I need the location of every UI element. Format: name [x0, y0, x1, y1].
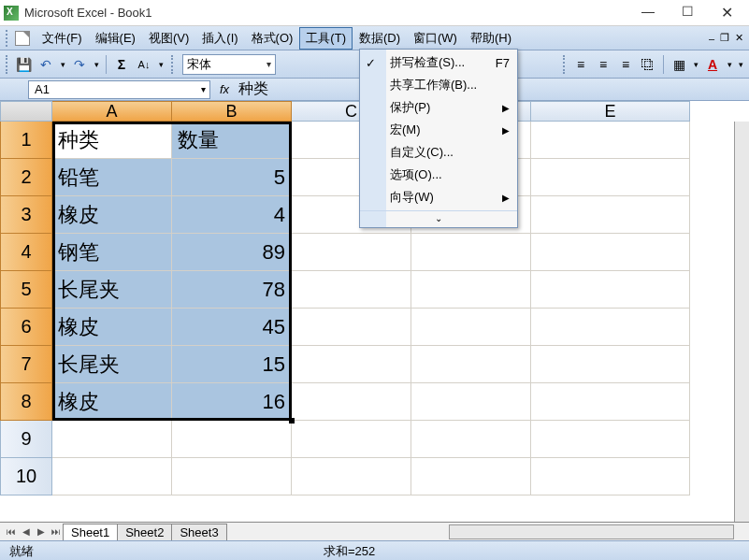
cell-B9[interactable] [172, 421, 292, 458]
tab-nav-prev[interactable]: ◀ [19, 526, 34, 537]
redo-button[interactable]: ↷ [69, 54, 90, 75]
cell-B1[interactable]: 数量 [172, 122, 292, 159]
close-button[interactable]: ✕ [715, 4, 738, 22]
col-header-b[interactable]: B [172, 101, 292, 122]
cell-A9[interactable] [52, 421, 172, 458]
vertical-scrollbar[interactable] [734, 122, 749, 522]
doc-restore-button[interactable]: ❐ [720, 32, 729, 44]
tab-nav-next[interactable]: ▶ [34, 526, 49, 537]
menu-protect[interactable]: 保护(P)▶ [360, 96, 517, 119]
cell-A8[interactable]: 橡皮 [52, 383, 172, 421]
row-header-3[interactable]: 3 [0, 196, 52, 234]
cell-E6[interactable] [531, 309, 690, 346]
toolbar-grip[interactable] [171, 55, 175, 74]
menu-tools[interactable]: 工具(T) [299, 27, 353, 50]
cell-D7[interactable] [411, 346, 531, 383]
row-header-7[interactable]: 7 [0, 346, 52, 383]
cell-B3[interactable]: 4 [172, 196, 292, 234]
cell-B4[interactable]: 89 [172, 234, 292, 271]
font-selector[interactable]: 宋体 [182, 54, 276, 75]
toolbar-options[interactable]: ▾ [156, 54, 166, 75]
cell-E4[interactable] [531, 234, 690, 271]
row-header-6[interactable]: 6 [0, 309, 52, 346]
menu-format[interactable]: 格式(O) [245, 27, 300, 50]
cell-A1[interactable]: 种类 [52, 122, 172, 159]
menu-view[interactable]: 视图(V) [142, 27, 195, 50]
cell-D4[interactable] [411, 234, 531, 271]
menu-options[interactable]: 选项(O)... [360, 164, 517, 186]
merge-button[interactable]: ⿻ [638, 54, 658, 75]
menu-edit[interactable]: 编辑(E) [89, 27, 142, 50]
col-header-e[interactable]: E [531, 101, 690, 122]
row-header-9[interactable]: 9 [0, 421, 52, 458]
select-all-corner[interactable] [0, 101, 52, 122]
toolbar-grip[interactable] [6, 30, 9, 47]
tab-nav-first[interactable]: ⏮ [4, 526, 19, 537]
cell-D10[interactable] [411, 458, 531, 495]
cell-E1[interactable] [531, 122, 690, 159]
redo-dropdown[interactable]: ▾ [92, 54, 101, 75]
menu-wizard[interactable]: 向导(W)▶ [360, 186, 517, 208]
cell-C5[interactable] [292, 271, 411, 309]
undo-dropdown[interactable]: ▾ [58, 54, 67, 75]
borders-button[interactable]: ▦ [669, 54, 689, 75]
toolbar-grip[interactable] [6, 55, 9, 74]
cell-B5[interactable]: 78 [172, 271, 292, 309]
menu-data[interactable]: 数据(D) [353, 27, 407, 50]
cell-C7[interactable] [292, 346, 411, 383]
toolbar-grip[interactable] [563, 55, 567, 74]
sheet-tab-3[interactable]: Sheet3 [171, 524, 226, 540]
menu-macro[interactable]: 宏(M)▶ [360, 119, 517, 141]
toolbar-options[interactable]: ▾ [736, 54, 745, 75]
fx-icon[interactable]: fx [220, 82, 229, 96]
cell-B6[interactable]: 45 [172, 309, 292, 346]
cell-B8[interactable]: 16 [172, 383, 292, 421]
horizontal-scrollbar[interactable] [449, 524, 734, 539]
cell-A4[interactable]: 钢笔 [52, 234, 172, 271]
cell-A3[interactable]: 橡皮 [52, 196, 172, 234]
row-header-1[interactable]: 1 [0, 122, 52, 159]
borders-dropdown[interactable]: ▾ [691, 54, 700, 75]
row-header-2[interactable]: 2 [0, 159, 52, 196]
cell-C9[interactable] [292, 421, 411, 458]
cell-A5[interactable]: 长尾夹 [52, 271, 172, 309]
name-box[interactable]: A1 [28, 80, 210, 99]
cell-E9[interactable] [531, 421, 690, 458]
menu-customize[interactable]: 自定义(C)... [360, 141, 517, 164]
doc-close-button[interactable]: ✕ [735, 32, 743, 44]
cell-C10[interactable] [292, 458, 411, 495]
cell-A7[interactable]: 长尾夹 [52, 346, 172, 383]
menu-expand[interactable]: ⌄ [360, 210, 517, 225]
cell-B2[interactable]: 5 [172, 159, 292, 196]
row-header-10[interactable]: 10 [0, 458, 52, 495]
cell-B10[interactable] [172, 458, 292, 495]
font-color-button[interactable]: A [702, 54, 723, 75]
menu-file[interactable]: 文件(F) [36, 27, 89, 50]
menu-help[interactable]: 帮助(H) [464, 27, 518, 50]
cell-A10[interactable] [52, 458, 172, 495]
sort-asc-button[interactable]: A↓ [134, 54, 154, 75]
cell-B7[interactable]: 15 [172, 346, 292, 383]
sheet-tab-2[interactable]: Sheet2 [117, 524, 172, 540]
maximize-button[interactable]: ☐ [676, 4, 699, 22]
row-header-4[interactable]: 4 [0, 234, 52, 271]
document-icon[interactable] [15, 31, 30, 46]
menu-insert[interactable]: 插入(I) [195, 27, 244, 50]
align-right-button[interactable]: ≡ [615, 54, 636, 75]
doc-minimize-button[interactable]: – [709, 33, 714, 44]
save-button[interactable]: 💾 [13, 54, 34, 75]
menu-share-workbook[interactable]: 共享工作簿(B)... [360, 74, 517, 96]
row-header-8[interactable]: 8 [0, 383, 52, 421]
cell-A2[interactable]: 铅笔 [52, 159, 172, 196]
align-left-button[interactable]: ≡ [570, 54, 591, 75]
autosum-button[interactable]: Σ [111, 54, 132, 75]
cell-E5[interactable] [531, 271, 690, 309]
cell-C6[interactable] [292, 309, 411, 346]
cell-E2[interactable] [531, 159, 690, 196]
font-color-dropdown[interactable]: ▾ [725, 54, 734, 75]
cell-E10[interactable] [531, 458, 690, 495]
formula-input[interactable]: 种类 [238, 79, 268, 99]
cell-D6[interactable] [411, 309, 531, 346]
minimize-button[interactable]: — [637, 4, 659, 22]
align-center-button[interactable]: ≡ [593, 54, 613, 75]
